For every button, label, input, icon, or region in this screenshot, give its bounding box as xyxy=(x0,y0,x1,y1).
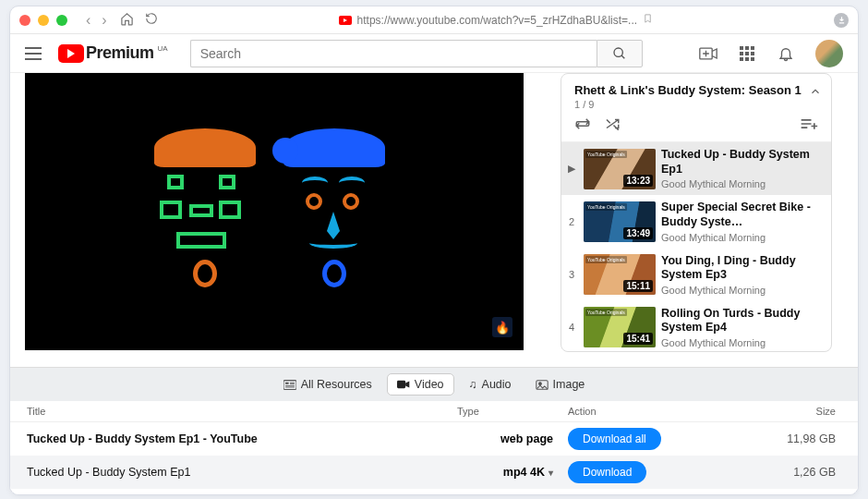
playlist-item-title: Rolling On Turds - Buddy System Ep4 xyxy=(661,307,824,335)
playlist-items[interactable]: ▶YouTube Originals13:23Tucked Up - Buddy… xyxy=(561,142,831,351)
window-controls xyxy=(19,15,67,26)
search-button[interactable] xyxy=(597,40,643,67)
youtube-logo[interactable]: Premium UA xyxy=(58,43,168,63)
reload-icon[interactable] xyxy=(145,12,158,29)
titlebar: ‹ › https://www.youtube.com/watch?v=5_zr… xyxy=(10,6,858,34)
zoom-window[interactable] xyxy=(56,15,67,26)
menu-button[interactable] xyxy=(25,47,42,60)
search-input[interactable] xyxy=(190,40,597,67)
row-type[interactable]: mp4 4K▾ xyxy=(457,466,568,479)
row-type: web page xyxy=(457,432,568,445)
bookmark-icon[interactable] xyxy=(643,12,653,28)
youtube-masthead: Premium UA xyxy=(10,34,858,73)
playlist-item-title: You Ding, I Ding - Buddy System Ep3 xyxy=(661,254,824,283)
collapse-icon[interactable] xyxy=(809,85,822,102)
apps-icon[interactable] xyxy=(738,44,756,63)
playlist-item-channel: Good Mythical Morning xyxy=(661,285,824,296)
playlist-item-channel: Good Mythical Morning xyxy=(661,232,824,243)
playlist-item-title: Tucked Up - Buddy System Ep1 xyxy=(661,148,824,176)
loop-icon[interactable] xyxy=(574,117,591,134)
row-title: Tucked Up - Buddy System Ep1 - YouTube xyxy=(23,432,457,445)
duration-badge: 15:41 xyxy=(623,333,653,345)
address-bar[interactable]: https://www.youtube.com/watch?v=5_zrHZdh… xyxy=(339,12,653,28)
playlist-item[interactable]: 4YouTube Originals15:41Rolling On Turds … xyxy=(561,301,831,351)
browser-window: ‹ › https://www.youtube.com/watch?v=5_zr… xyxy=(9,6,859,495)
playlist-thumbnail: YouTube Originals15:41 xyxy=(584,307,656,347)
tab-video[interactable]: Video xyxy=(387,373,454,396)
playlist-thumbnail: YouTube Originals15:11 xyxy=(584,254,656,295)
playlist-index: 2 xyxy=(565,216,578,227)
playlist-item[interactable]: ▶YouTube Originals13:23Tucked Up - Buddy… xyxy=(561,142,831,195)
svg-rect-13 xyxy=(285,386,295,387)
svg-rect-11 xyxy=(290,383,295,384)
site-favicon xyxy=(339,16,352,25)
video-player[interactable]: 🔥 xyxy=(25,73,524,350)
table-row: Tucked Up - Buddy System Ep1 - YouTubewe… xyxy=(10,422,858,456)
table-header: Title Type Action Size xyxy=(10,401,858,422)
close-window[interactable] xyxy=(19,15,30,26)
playlist-item-channel: Good Mythical Morning xyxy=(661,178,824,189)
back-button[interactable]: ‹ xyxy=(86,12,90,29)
channel-badge-icon: 🔥 xyxy=(492,317,512,337)
svg-rect-12 xyxy=(285,385,295,386)
minimize-window[interactable] xyxy=(38,15,49,26)
svg-point-0 xyxy=(614,48,622,56)
tab-image[interactable]: Image xyxy=(526,373,595,396)
playlist-thumbnail: YouTube Originals13:49 xyxy=(584,201,656,242)
chevron-down-icon[interactable]: ▾ xyxy=(549,468,553,478)
row-size: 11,98 GB xyxy=(697,432,845,445)
svg-rect-9 xyxy=(285,382,289,383)
playlist-item[interactable]: 3YouTube Originals15:11You Ding, I Ding … xyxy=(561,249,831,301)
duration-badge: 13:49 xyxy=(623,227,653,239)
playlist-item[interactable]: 2YouTube Originals13:49Super Special Sec… xyxy=(561,195,831,248)
table-row: Tucked Up - Buddy System Ep1mp4 4K▾Downl… xyxy=(10,456,858,489)
youtube-icon xyxy=(58,44,84,63)
svg-rect-14 xyxy=(397,381,405,388)
table-row: Tucked Up - Buddy System Ep1mp4 4K▾Downl… xyxy=(10,489,858,495)
svg-rect-8 xyxy=(283,380,296,389)
row-size: 1,26 GB xyxy=(697,466,845,479)
download-button[interactable]: Download xyxy=(568,461,646,483)
row-title: Tucked Up - Buddy System Ep1 xyxy=(23,466,457,479)
svg-line-1 xyxy=(621,55,624,58)
logo-region: UA xyxy=(158,44,168,53)
download-button[interactable]: Download all xyxy=(568,428,661,450)
logo-text: Premium xyxy=(86,43,154,63)
tab-all-resources[interactable]: All Resources xyxy=(274,373,381,396)
playlist-position: 1 / 9 xyxy=(574,99,818,110)
playlist-item-title: Super Special Secret Bike - Buddy Syste… xyxy=(661,201,824,229)
duration-badge: 13:23 xyxy=(623,175,653,187)
svg-rect-10 xyxy=(290,382,295,383)
avatar[interactable] xyxy=(815,40,843,67)
playlist-panel: Rhett & Link's Buddy System: Season 1 1 … xyxy=(561,73,832,352)
forward-button[interactable]: › xyxy=(102,12,106,29)
playlist-index: 3 xyxy=(565,269,578,280)
create-icon[interactable] xyxy=(699,44,717,63)
shuffle-icon[interactable] xyxy=(604,117,621,134)
tab-audio[interactable]: ♫ Audio xyxy=(460,373,521,396)
save-playlist-icon[interactable] xyxy=(800,117,818,134)
playlist-title: Rhett & Link's Buddy System: Season 1 xyxy=(574,83,818,97)
downloads-icon[interactable] xyxy=(834,13,849,28)
home-icon[interactable] xyxy=(120,12,134,29)
playlist-index: 4 xyxy=(565,322,578,333)
svg-point-16 xyxy=(538,382,541,384)
download-button[interactable]: Download xyxy=(568,494,646,495)
notifications-icon[interactable] xyxy=(777,44,795,63)
duration-badge: 15:11 xyxy=(623,280,653,292)
url-text: https://www.youtube.com/watch?v=5_zrHZdh… xyxy=(357,14,637,27)
playlist-index: ▶ xyxy=(565,163,578,175)
playlist-thumbnail: YouTube Originals13:23 xyxy=(584,149,656,189)
downloader-panel: All Resources Video ♫ Audio Image Title … xyxy=(10,367,858,495)
playlist-item-channel: Good Mythical Morning xyxy=(661,337,824,348)
